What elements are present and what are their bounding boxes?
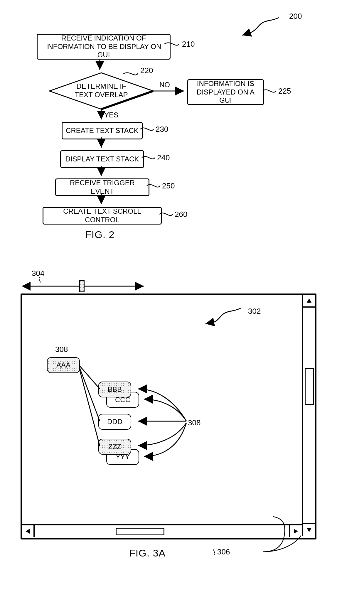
ref-306: 306 (217, 547, 230, 556)
svg-marker-10 (307, 528, 311, 532)
svg-marker-9 (307, 298, 311, 303)
scroll-up-button[interactable] (303, 295, 315, 308)
flow-step-225: INFORMATION IS DISPLAYED ON A GUI (187, 79, 264, 105)
fig3a-caption: FIG. 3A (129, 547, 166, 559)
horizontal-scrollbar[interactable] (22, 524, 302, 537)
vertical-scrollbar[interactable] (302, 295, 315, 536)
ref-302: 302 (248, 307, 261, 316)
flow-step-240: DISPLAY TEXT STACK (60, 150, 144, 168)
branch-no: NO (159, 81, 170, 89)
ref-308-left: 308 (55, 345, 68, 354)
svg-line-13 (79, 365, 100, 389)
ref-220: 220 (140, 66, 153, 75)
ref-250: 250 (162, 181, 175, 190)
flow-step-230: CREATE TEXT STACK (62, 122, 143, 139)
flow-decision-220: DETERMINE IF TEXT OVERLAP (69, 82, 134, 99)
flow-step-260: CREATE TEXT SCROLL CONTROL (43, 207, 162, 225)
slider-thumb[interactable] (79, 280, 85, 292)
ref-304: 304 (32, 269, 44, 278)
svg-line-14 (79, 367, 100, 421)
branch-yes: YES (104, 111, 118, 119)
flow-step-210: RECEIVE INDICATION OF INFORMATION TO BE … (37, 34, 171, 60)
ref-260: 260 (175, 210, 187, 219)
ref-230: 230 (156, 125, 168, 134)
fig2-caption: FIG. 2 (85, 229, 114, 240)
h-scroll-thumb[interactable] (116, 528, 164, 535)
ref-210: 210 (182, 40, 195, 49)
scroll-left-button[interactable] (22, 525, 35, 537)
flow-step-250: RECEIVE TRIGGER EVENT (55, 178, 149, 196)
svg-line-15 (79, 368, 100, 446)
v-scroll-thumb[interactable] (305, 368, 314, 405)
ref-200: 200 (289, 12, 302, 21)
ref-225: 225 (278, 87, 291, 96)
ref-240: 240 (157, 153, 170, 162)
node-aaa[interactable]: AAA (47, 357, 80, 373)
svg-marker-11 (26, 529, 30, 534)
